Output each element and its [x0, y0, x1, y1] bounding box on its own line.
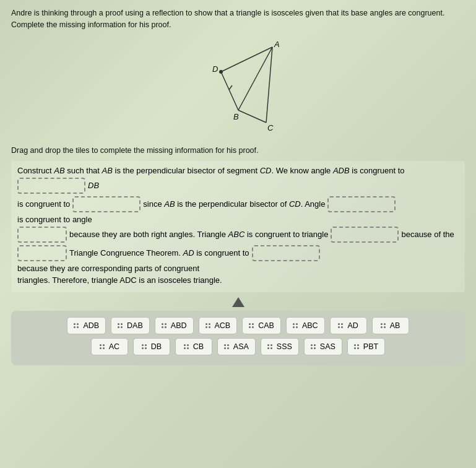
tile-drag-handle: [224, 344, 229, 349]
svg-line-0: [238, 47, 272, 110]
tile-drag-handle: [249, 323, 254, 328]
tile-AC[interactable]: AC: [91, 338, 128, 355]
svg-text:C: C: [267, 123, 274, 132]
blank-5[interactable]: [331, 227, 399, 243]
tile-label: ASA: [233, 342, 249, 351]
proof-line1-pre: Construct AB such that AB is the perpend…: [17, 166, 405, 175]
tile-drag-handle: [142, 344, 147, 349]
svg-line-6: [229, 85, 232, 90]
triangle-diagram: A B C D: [170, 36, 306, 141]
tile-drag-handle: [74, 323, 79, 328]
tile-label: ABC: [302, 321, 318, 330]
tile-drag-handle: [381, 323, 386, 328]
blank-6[interactable]: [17, 245, 67, 261]
tile-label: DB: [151, 342, 162, 351]
arrow-up-icon: [232, 297, 244, 307]
tile-ABD[interactable]: ABD: [155, 317, 194, 334]
tile-drag-handle: [100, 344, 105, 349]
proof-line5: triangles. Therefore, triangle ADC is an…: [17, 275, 222, 285]
tile-label: SSS: [277, 342, 292, 351]
proof-line2-post: is congruent to angle: [17, 215, 92, 224]
tiles-area: ADB DAB ABD ACB CAB ABC AD AB: [11, 311, 465, 365]
page: Andre is thinking through a proof using …: [0, 0, 476, 468]
blank-2[interactable]: [72, 196, 141, 212]
tile-ASA[interactable]: ASA: [217, 338, 256, 355]
tiles-row-2: AC DB CB ASA SSS SAS PBT: [19, 338, 457, 355]
tile-PBT[interactable]: PBT: [347, 338, 385, 355]
tile-SAS[interactable]: SAS: [304, 338, 342, 355]
tile-ADB[interactable]: ADB: [67, 317, 106, 334]
tile-CB[interactable]: CB: [175, 338, 212, 355]
tile-CAB[interactable]: CAB: [242, 317, 281, 334]
intro-text: Andre is thinking through a proof using …: [11, 7, 465, 31]
tile-label: AD: [347, 321, 358, 330]
tile-drag-handle: [162, 323, 167, 328]
proof-line2-mid: since AB is the perpendicular bisector o…: [143, 199, 325, 209]
tile-AB[interactable]: AB: [372, 317, 409, 334]
tile-label: AB: [390, 321, 400, 330]
tile-label: PBT: [363, 342, 378, 351]
tiles-row-1: ADB DAB ABD ACB CAB ABC AD AB: [19, 317, 457, 334]
proof-line3-pre: because they are both right angles. Tria…: [69, 230, 328, 239]
tile-label: ABD: [171, 321, 187, 330]
svg-line-1: [266, 47, 272, 123]
svg-text:A: A: [274, 40, 280, 49]
proof-line4-pre: Triangle Congruence Theorem. AD is congr…: [69, 248, 249, 258]
proof-line3-post: because of the: [401, 230, 454, 239]
proof-line-5: triangles. Therefore, triangle ADC is an…: [17, 275, 459, 285]
svg-line-5: [221, 72, 238, 110]
diagram-area: A B C D: [11, 36, 465, 141]
tile-label: ADB: [83, 321, 99, 330]
proof-section: Construct AB such that AB is the perpend…: [11, 161, 465, 292]
svg-text:D: D: [212, 64, 218, 74]
blank-7[interactable]: [252, 245, 320, 261]
tile-drag-handle: [267, 344, 272, 349]
tile-SSS[interactable]: SSS: [261, 338, 299, 355]
tile-label: CAB: [258, 321, 274, 330]
proof-line4-post: because they are corresponding parts of …: [17, 264, 199, 273]
tile-label: DAB: [127, 321, 143, 330]
tile-label: AC: [109, 342, 119, 351]
tile-drag-handle: [354, 344, 359, 349]
proof-line-3: because they are both right angles. Tria…: [17, 227, 459, 243]
tile-drag-handle: [311, 344, 316, 349]
tile-DAB[interactable]: DAB: [111, 317, 150, 334]
tile-ACB[interactable]: ACB: [199, 317, 238, 334]
svg-line-4: [221, 47, 272, 72]
tile-ABC[interactable]: ABC: [286, 317, 325, 334]
tile-drag-handle: [118, 323, 123, 328]
tile-drag-handle: [338, 323, 343, 328]
proof-line-2: is congruent to since AB is the perpendi…: [17, 196, 459, 224]
tile-AD[interactable]: AD: [330, 317, 367, 334]
tile-label: SAS: [320, 342, 335, 351]
tile-DB[interactable]: DB: [133, 338, 170, 355]
tile-drag-handle: [293, 323, 298, 328]
svg-text:B: B: [233, 112, 239, 121]
svg-line-2: [238, 110, 266, 123]
tile-label: CB: [193, 342, 204, 351]
proof-line2-pre: is congruent to: [17, 199, 70, 209]
tile-label: ACB: [215, 321, 231, 330]
tile-drag-handle: [206, 323, 210, 328]
blank-1[interactable]: [17, 178, 85, 194]
proof-line-4: Triangle Congruence Theorem. AD is congr…: [17, 245, 459, 273]
drag-instruction: Drag and drop the tiles to complete the …: [11, 146, 465, 155]
blank-4[interactable]: [17, 227, 67, 243]
proof-line-1: Construct AB such that AB is the perpend…: [17, 166, 459, 194]
divider-arrow: [11, 297, 465, 307]
tile-drag-handle: [184, 344, 189, 349]
proof-line1-post: DB: [88, 181, 99, 190]
blank-3[interactable]: [327, 196, 396, 212]
